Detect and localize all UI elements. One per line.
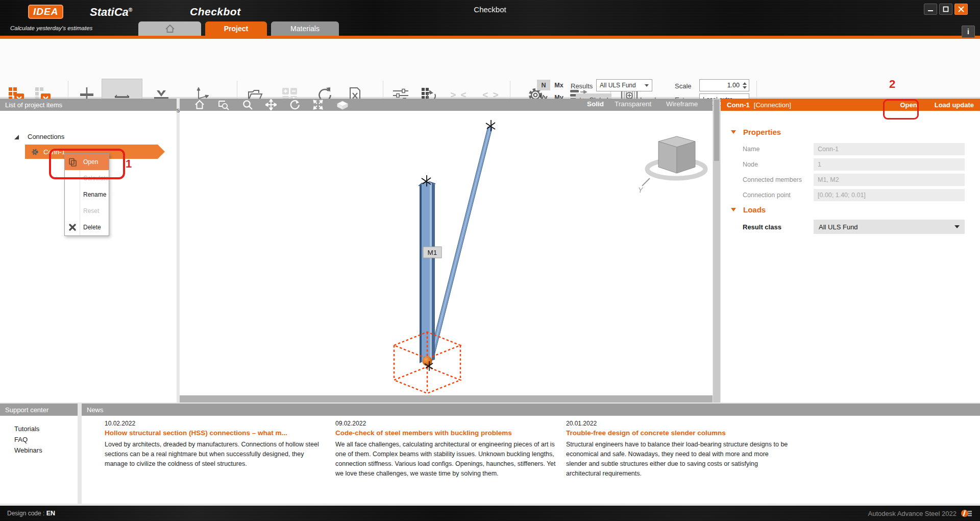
zoom-window-icon[interactable] <box>217 99 230 110</box>
host-application: Autodesk Advance Steel 2022 <box>868 509 973 517</box>
member-m2[interactable] <box>428 127 492 361</box>
zoom-fit-icon[interactable] <box>312 99 324 110</box>
link-faq[interactable]: FAQ <box>14 436 28 443</box>
collapse-triangle-icon <box>731 130 736 134</box>
result-class-label: Result class <box>743 223 781 231</box>
loads-section-header[interactable]: Loads <box>731 205 766 214</box>
scrollbar-thumb[interactable] <box>714 100 719 161</box>
expander-icon[interactable] <box>13 134 19 140</box>
spin-down-icon[interactable] <box>743 86 747 89</box>
axis-y-label: Y <box>638 186 644 194</box>
news-body: Structural engineers have to balance the… <box>566 440 789 479</box>
results-label: Results <box>571 83 593 89</box>
force-toggle-mx[interactable]: Mx <box>552 80 566 90</box>
design-code: Design code : EN <box>7 510 55 517</box>
close-button[interactable] <box>954 4 968 15</box>
news-title[interactable]: Trouble-free design of concrete slender … <box>566 429 726 437</box>
annotation-number-1: 1 <box>126 157 132 171</box>
member-m1[interactable] <box>419 182 435 363</box>
news-panel: 10.02.2022 Hollow structural section (HS… <box>82 416 980 504</box>
scale-spinner[interactable]: 1.00 <box>699 79 749 91</box>
link-webinars[interactable]: Webinars <box>14 446 42 454</box>
chevron-down-icon <box>954 225 960 228</box>
view-mode-wireframe[interactable]: Wireframe <box>666 100 698 108</box>
news-title[interactable]: Hollow structural section (HSS) connecti… <box>105 429 287 437</box>
news-date: 09.02.2022 <box>335 420 366 427</box>
prop-value-connection-point: [0.00; 1.40; 0.01] <box>814 189 965 201</box>
menu-item-delete[interactable]: Delete <box>65 219 109 235</box>
prop-value-name: Conn-1 <box>814 143 965 155</box>
solid-box-icon[interactable] <box>336 100 349 110</box>
chevron-down-icon <box>645 84 649 87</box>
delete-x-icon <box>68 223 77 231</box>
3d-scene: M1 Y <box>180 111 713 402</box>
prop-label-node: Node <box>743 161 758 168</box>
status-bar: Design code : EN Autodesk Advance Steel … <box>0 506 980 521</box>
view-mode-solid[interactable]: Solid <box>587 100 604 108</box>
prop-label-connection-point: Connection point <box>743 192 791 199</box>
prop-value-connected-members: M1, M2 <box>814 174 965 186</box>
news-body: Loved by architects, dreaded by manufact… <box>105 440 327 469</box>
news-header: News <box>82 404 980 416</box>
results-dropdown[interactable]: All ULS Fund <box>596 79 652 91</box>
window-title: Checkbot <box>0 5 980 14</box>
support-center-panel: Tutorials FAQ Webinars <box>0 416 78 504</box>
prop-value-node: 1 <box>814 158 965 171</box>
viewport-canvas[interactable]: M1 Y <box>180 111 713 402</box>
navigation-cube[interactable]: Y <box>638 136 705 194</box>
support-center-header: Support center <box>0 404 78 416</box>
maximize-button[interactable] <box>939 4 952 15</box>
properties-section-header[interactable]: Properties <box>731 128 781 136</box>
prop-label-name: Name <box>743 146 760 153</box>
home-icon <box>164 23 176 34</box>
annotation-number-2: 2 <box>889 78 895 91</box>
detail-title: Conn-1 <box>727 101 750 109</box>
menu-item-reset[interactable]: Reset <box>65 203 109 219</box>
view-mode-transparent[interactable]: Transparent <box>615 100 651 108</box>
news-body: We all face challenges, calculating arch… <box>335 440 558 479</box>
minimize-button[interactable] <box>924 4 937 15</box>
design-code-value: EN <box>46 510 55 517</box>
viewport-bottom-bar <box>180 395 713 402</box>
news-date: 20.01.2022 <box>566 420 597 427</box>
minimize-icon <box>927 6 934 12</box>
brand-tagline: Calculate yesterday's estimates <box>10 25 92 31</box>
spin-up-icon[interactable] <box>743 82 747 85</box>
pan-icon[interactable] <box>265 99 277 110</box>
annotation-box-2 <box>883 99 919 120</box>
tab-materials[interactable]: Materials <box>271 21 339 36</box>
collapse-triangle-icon <box>731 208 736 211</box>
news-title[interactable]: Code-check of steel members with bucklin… <box>335 429 512 437</box>
detail-type: [Connection] <box>754 101 791 109</box>
annotation-box-1 <box>49 149 125 179</box>
tab-project[interactable]: Project <box>205 21 267 36</box>
maximize-icon <box>943 6 949 12</box>
news-date: 10.02.2022 <box>105 420 135 427</box>
advance-steel-logo-icon <box>961 509 973 517</box>
rotate-icon[interactable] <box>289 99 300 110</box>
tab-home[interactable] <box>138 21 201 36</box>
view-home-icon[interactable] <box>194 99 205 110</box>
info-button[interactable]: i <box>962 26 975 38</box>
scale-label: Scale <box>675 83 692 89</box>
connection-gear-icon <box>31 148 39 156</box>
detail-panel-header: Conn-1 [Connection] Open Load update <box>721 99 980 111</box>
zoom-icon[interactable] <box>242 99 253 110</box>
menu-item-rename[interactable]: Rename <box>65 186 109 203</box>
result-class-dropdown[interactable]: All ULS Fund <box>814 220 965 234</box>
project-items-header: List of project items <box>0 99 177 111</box>
prop-label-connected-members: Connected members <box>743 176 802 183</box>
svg-text:M1: M1 <box>428 249 437 256</box>
tree-node-connections[interactable]: Connections <box>13 133 64 140</box>
link-tutorials[interactable]: Tutorials <box>14 425 39 433</box>
load-update-button[interactable]: Load update <box>935 101 974 109</box>
member-label: M1 <box>423 247 442 258</box>
close-icon <box>958 6 964 12</box>
ribbon: Bulk One Import Nodes Members Connection… <box>0 39 980 98</box>
force-toggle-n[interactable]: N <box>537 80 550 90</box>
